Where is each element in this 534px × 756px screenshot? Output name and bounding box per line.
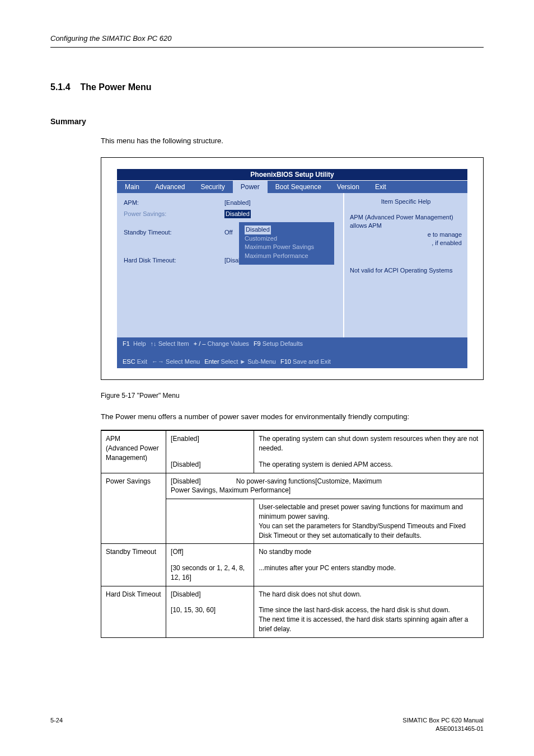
cell-apm-enabled: [Enabled]: [166, 430, 254, 457]
key-enter: Enter: [204, 358, 219, 365]
table-row: APM (Advanced Power Management) [Enabled…: [101, 430, 484, 457]
help-line3: Not valid for ACPI Operating Systems: [350, 266, 462, 275]
key-plusminus: + / –: [194, 340, 206, 347]
paragraph-after-figure: The Power menu offers a number of power …: [101, 412, 484, 422]
tab-boot-sequence[interactable]: Boot Sequence: [268, 181, 329, 193]
cell-apm-name-b: (Advanced Power Management): [106, 444, 159, 462]
cell-standby-off: [Off]: [166, 544, 254, 560]
section-heading: 5.1.4 The Power Menu: [50, 81, 484, 93]
summary-heading: Summary: [50, 116, 484, 128]
tab-main[interactable]: Main: [117, 181, 147, 193]
field-apm[interactable]: APM: [Enabled]: [124, 199, 336, 207]
cell-apm-name-a: APM: [106, 435, 120, 443]
cell-harddisk-name: Hard Disk Timeout: [101, 586, 166, 637]
cell-standby-times-desc: ...minutes after your PC enters standby …: [254, 560, 484, 586]
cell-power-savings-span: Power Savings, Maximum Performance]: [171, 486, 291, 494]
cell-harddisk-disabled: [Disabled]: [166, 586, 254, 602]
popup-option-max-savings[interactable]: Maximum Power Savings: [245, 243, 329, 251]
dropdown-popup[interactable]: Disabled Customized Maximum Power Saving…: [239, 222, 334, 265]
table-row: Standby Timeout [Off] No standby mode: [101, 544, 484, 560]
key-setup-defaults: Setup Defaults: [263, 340, 303, 347]
cell-harddisk-times-desc: Time since the last hard-disk access, th…: [254, 602, 484, 637]
bios-body: APM: [Enabled] Power Savings: Disabled S…: [117, 193, 467, 337]
key-select-item: Select Item: [158, 340, 189, 347]
field-power-savings-label: Power Savings:: [124, 210, 224, 218]
field-standby-timeout-value: Off: [224, 228, 232, 237]
bios-left-pane: APM: [Enabled] Power Savings: Disabled S…: [117, 193, 343, 337]
key-save-exit: Save and Exit: [293, 358, 331, 365]
tab-advanced[interactable]: Advanced: [147, 181, 193, 193]
tab-power[interactable]: Power: [233, 181, 268, 193]
help-line2a: e to manage: [350, 231, 462, 239]
table-row: Hard Disk Timeout [Disabled] The hard di…: [101, 586, 484, 602]
field-standby-timeout-label: Standby Timeout:: [124, 228, 224, 237]
running-header: Configuring the SIMATIC Box PC 620: [50, 34, 484, 44]
key-select-menu: Select Menu: [166, 358, 200, 365]
page-footer: 5-24 SIMATIC Box PC 620 Manual A5E001314…: [50, 716, 484, 734]
field-apm-label: APM:: [124, 199, 224, 207]
bios-title: PhoenixBIOS Setup Utility: [117, 169, 467, 180]
bios-help-pane: Item Specific Help APM (Advanced Power M…: [344, 193, 467, 337]
help-line2b: , if enabled: [350, 239, 462, 247]
bios-tab-bar: Main Advanced Security Power Boot Sequen…: [117, 181, 467, 193]
cell-standby-times: [30 seconds or 1, 2, 4, 8, 12, 16]: [166, 560, 254, 586]
table-row: Power Savings [Disabled] No power-saving…: [101, 473, 484, 499]
bios-screenshot: PhoenixBIOS Setup Utility Main Advanced …: [101, 157, 484, 380]
tab-exit[interactable]: Exit: [367, 181, 394, 193]
spec-table: APM (Advanced Power Management) [Enabled…: [101, 430, 484, 638]
cell-power-savings-top: [Disabled] No power-saving functions[Cus…: [166, 473, 484, 499]
cell-power-savings-name: Power Savings: [101, 473, 166, 544]
section-number: 5.1.4: [50, 82, 71, 92]
popup-option-customized[interactable]: Customized: [245, 234, 329, 243]
popup-option-disabled[interactable]: Disabled: [245, 226, 271, 234]
field-power-savings-value: Disabled: [224, 210, 251, 218]
cell-apm-disabled: [Disabled]: [166, 457, 254, 473]
manual-line1: SIMATIC Box PC 620 Manual: [402, 716, 484, 725]
key-f10: F10: [280, 358, 291, 365]
cell-apm-name: APM (Advanced Power Management): [101, 430, 166, 473]
field-hard-disk-timeout-label: Hard Disk Timeout:: [124, 256, 224, 265]
cell-power-savings-desc-b: User-selectable and preset power saving …: [254, 499, 484, 544]
key-change-values: Change Values: [207, 340, 249, 347]
tab-security[interactable]: Security: [193, 181, 232, 193]
key-f9: F9: [254, 340, 261, 347]
help-title: Item Specific Help: [350, 198, 462, 206]
field-power-savings[interactable]: Power Savings: Disabled: [124, 210, 336, 218]
tab-version[interactable]: Version: [329, 181, 367, 193]
key-esc: ESC: [123, 358, 135, 365]
cell-apm-enabled-desc: The operating system can shut down syste…: [254, 430, 484, 457]
cell-power-savings-disabled: [Disabled]: [171, 477, 200, 485]
manual-line2: A5E00131465-01: [402, 725, 484, 733]
cell-power-savings-text-a: No power-saving functions[Customize, Max…: [236, 477, 382, 485]
section-title-text: The Power Menu: [80, 82, 151, 92]
key-f1: F1: [123, 340, 130, 347]
intro-text: This menu has the following structure.: [101, 136, 484, 146]
field-apm-value: [Enabled]: [224, 199, 250, 207]
cell-harddisk-disabled-desc: The hard disk does not shut down.: [254, 586, 484, 602]
key-exit: Exit: [137, 358, 147, 365]
page-number: 5-24: [50, 716, 63, 734]
cell-standby-off-desc: No standby mode: [254, 544, 484, 560]
cell-apm-disabled-desc: The operating system is denied APM acces…: [254, 457, 484, 473]
popup-option-max-performance[interactable]: Maximum Performance: [245, 252, 329, 260]
key-select-sub: Select ► Sub-Menu: [221, 358, 276, 365]
cell-standby-name: Standby Timeout: [101, 544, 166, 586]
help-line1: APM (Advanced Power Management) allows A…: [350, 213, 462, 231]
bios-footer: F1 Help ↑↓ Select Item + / – Change Valu…: [117, 337, 467, 368]
header-rule: [50, 47, 484, 48]
cell-harddisk-times: [10, 15, 30, 60]: [166, 602, 254, 637]
key-help: Help: [133, 340, 146, 347]
figure-caption: Figure 5-17 "Power" Menu: [101, 391, 484, 401]
